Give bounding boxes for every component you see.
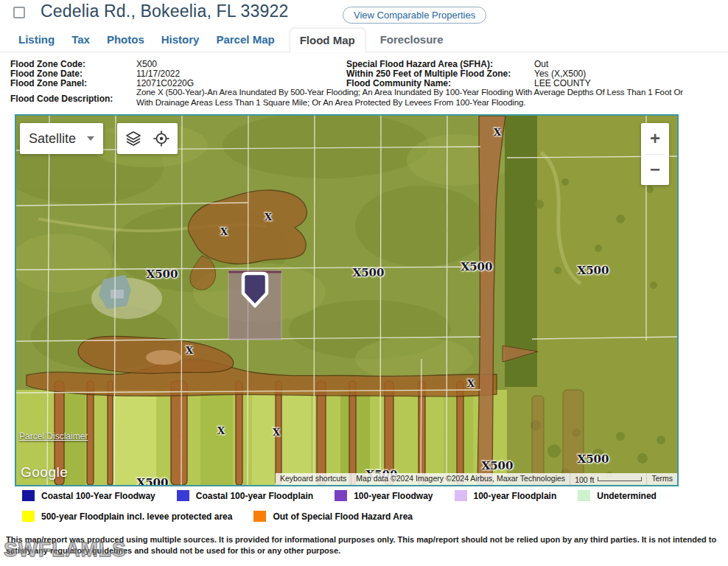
zoom-control: + − bbox=[641, 123, 669, 185]
legend-label: Coastal 100-Year Floodway bbox=[41, 491, 155, 501]
legend-swatch-coastal-100yr-floodway bbox=[22, 490, 35, 501]
legend-item: 500-year Floodplain incl. levee protecte… bbox=[22, 511, 232, 522]
legend-item: 100-year Floodway bbox=[335, 490, 433, 501]
map-type-selector[interactable]: Satellite bbox=[20, 123, 103, 154]
crosshair-icon bbox=[153, 130, 170, 147]
legend-label: 100-year Floodway bbox=[354, 491, 433, 501]
legend-swatch-coastal-100yr-floodplain bbox=[177, 490, 189, 501]
flood-zone-code-value: X500 bbox=[136, 59, 157, 69]
layers-icon bbox=[125, 130, 142, 147]
multiple-flood-zone-label: Within 250 Feet of Multiple Flood Zone: bbox=[346, 69, 511, 79]
map-scale-label: 100 ft bbox=[575, 475, 594, 484]
flood-zone-code-label: Flood Zone Code: bbox=[10, 59, 85, 69]
legend-swatch-undetermined bbox=[578, 490, 590, 501]
flood-zone-date-label: Flood Zone Date: bbox=[10, 69, 83, 79]
multiple-flood-zone-value: Yes (X,X500) bbox=[534, 69, 586, 79]
chevron-down-icon bbox=[87, 136, 94, 141]
map-scale-bar bbox=[598, 477, 642, 481]
map-scale: 100 ft bbox=[570, 473, 646, 485]
flood-map-canvas[interactable]: Satellite bbox=[15, 114, 679, 486]
select-property-checkbox[interactable] bbox=[13, 7, 25, 18]
legend-swatch-500yr-floodplain bbox=[22, 511, 35, 522]
legend-label: 500-year Floodplain incl. levee protecte… bbox=[41, 511, 232, 522]
flood-legend-row-2: 500-year Floodplain incl. levee protecte… bbox=[22, 511, 413, 522]
sfha-value: Out bbox=[534, 59, 548, 69]
legend-label: 100-year Floodplain bbox=[474, 491, 557, 501]
zoom-out-button[interactable]: − bbox=[641, 155, 669, 186]
legend-swatch-100yr-floodplain bbox=[455, 490, 467, 501]
legend-item: Coastal 100-Year Floodway bbox=[22, 490, 155, 501]
flood-zone-panel-value: 12071C0220G bbox=[136, 78, 194, 88]
flood-community-label: Flood Community Name: bbox=[346, 78, 451, 88]
mls-watermark: SWFLAMLS bbox=[4, 538, 127, 562]
locate-button[interactable] bbox=[149, 126, 174, 151]
map-type-label: Satellite bbox=[29, 131, 76, 147]
sfha-label: Special Flood Hazard Area (SFHA): bbox=[346, 59, 493, 69]
flood-map-page: Cedelia Rd., Bokeelia, FL 33922 View Com… bbox=[0, 0, 728, 566]
tab-listing[interactable]: Listing bbox=[16, 33, 57, 52]
legend-label: Undetermined bbox=[597, 491, 657, 501]
zoom-in-button[interactable]: + bbox=[641, 123, 669, 154]
legend-item: Coastal 100-year Floodplain bbox=[177, 490, 313, 501]
legend-item: Undetermined bbox=[578, 490, 657, 501]
legend-swatch-100yr-floodway bbox=[335, 490, 347, 501]
layers-button[interactable] bbox=[121, 126, 146, 151]
view-comparable-properties-button[interactable]: View Comparable Properties bbox=[343, 7, 486, 24]
legend-item: 100-year Floodplain bbox=[455, 490, 557, 501]
flood-code-description-value: Zone X (500-Year)-An Area Inundated By 5… bbox=[136, 88, 685, 108]
legend-label: Out of Special Flood Hazard Area bbox=[273, 511, 413, 522]
parcel-disclaimer-link[interactable]: Parcel Disclaimer bbox=[19, 431, 88, 441]
flood-zone-date-value: 11/17/2022 bbox=[136, 69, 180, 79]
google-logo[interactable]: Google bbox=[21, 464, 68, 481]
map-data-attribution: Map data ©2024 Imagery ©2024 Airbus, Max… bbox=[351, 473, 570, 485]
tab-flood-map[interactable]: Flood Map bbox=[290, 28, 365, 52]
satellite-terrain bbox=[16, 116, 677, 485]
tab-foreclosure[interactable]: Foreclosure bbox=[378, 33, 446, 52]
legend-item: Out of Special Flood Hazard Area bbox=[253, 511, 413, 522]
tab-bar: Listing Tax Photos History Parcel Map Fl… bbox=[0, 29, 728, 52]
flood-code-description-label: Flood Code Description: bbox=[10, 94, 113, 104]
page-title: Cedelia Rd., Bokeelia, FL 33922 bbox=[41, 1, 289, 21]
legend-label: Coastal 100-year Floodplain bbox=[196, 491, 313, 501]
tab-tax[interactable]: Tax bbox=[69, 33, 92, 52]
tab-parcel-map[interactable]: Parcel Map bbox=[214, 33, 276, 52]
legend-swatch-out-of-sfha bbox=[253, 511, 266, 522]
flood-zone-panel-label: Flood Zone Panel: bbox=[10, 78, 87, 88]
tab-photos[interactable]: Photos bbox=[105, 33, 147, 52]
flood-community-value: LEE COUNTY bbox=[534, 78, 591, 88]
map-tool-group bbox=[117, 123, 178, 154]
map-attribution-bar: Keyboard shortcuts Map data ©2024 Imager… bbox=[276, 473, 677, 485]
terms-link[interactable]: Terms bbox=[646, 473, 677, 485]
flood-legend-row-1: Coastal 100-Year Floodway Coastal 100-ye… bbox=[22, 490, 657, 501]
tab-history[interactable]: History bbox=[159, 33, 202, 52]
keyboard-shortcuts-button[interactable]: Keyboard shortcuts bbox=[276, 473, 351, 485]
